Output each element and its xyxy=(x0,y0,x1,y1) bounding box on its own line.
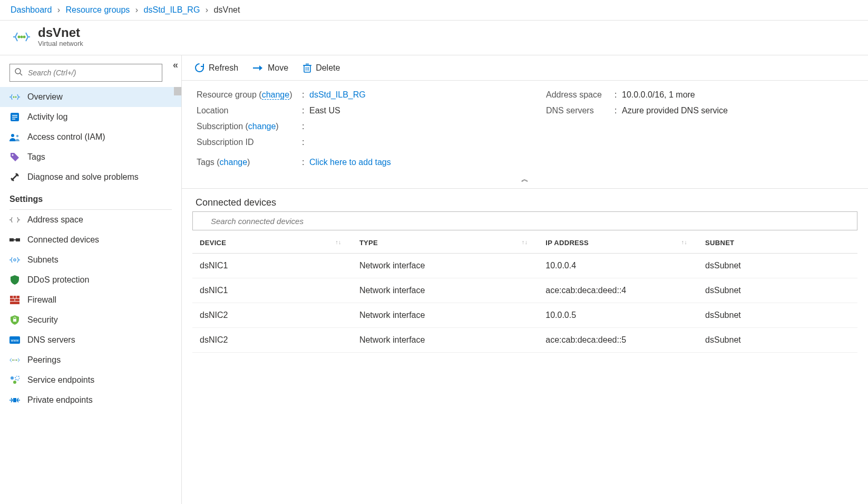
sidebar-item-connected-devices[interactable]: Connected devices xyxy=(0,230,181,250)
iam-icon xyxy=(9,133,20,141)
page-header: dsVnet Virtual network xyxy=(0,21,868,55)
table-row[interactable]: dsNIC1Network interfaceace:cab:deca:deed… xyxy=(192,278,857,303)
chevron-up-double-icon: ︽ xyxy=(521,175,529,183)
subscription-label: Subscription xyxy=(197,122,243,131)
svg-point-11 xyxy=(11,134,14,137)
sidebar-item-dns[interactable]: www DNS servers xyxy=(0,330,181,350)
cell-subnet: dsSubnet xyxy=(698,278,857,303)
sidebar: « Overview Activity log Access control (… xyxy=(0,55,182,504)
sidebar-item-label: Diagnose and solve problems xyxy=(27,172,139,182)
sidebar-item-subnets[interactable]: Subnets xyxy=(0,250,181,270)
private-endpoints-icon xyxy=(9,396,20,404)
column-subnet[interactable]: SUBNET xyxy=(698,232,857,254)
security-icon xyxy=(9,315,20,325)
connected-devices-title: Connected devices xyxy=(192,197,857,208)
svg-point-13 xyxy=(12,154,14,156)
sidebar-item-activity-log[interactable]: Activity log xyxy=(0,107,181,127)
chevron-right-icon: › xyxy=(57,5,60,14)
change-resource-group-link[interactable]: change xyxy=(262,90,290,100)
sidebar-item-label: DDoS protection xyxy=(27,275,89,285)
svg-point-31 xyxy=(15,376,19,380)
subscription-value xyxy=(309,122,504,131)
refresh-button[interactable]: Refresh xyxy=(194,63,238,73)
sidebar-search-input[interactable] xyxy=(9,64,162,82)
breadcrumb-rg[interactable]: dsStd_ILB_RG xyxy=(144,5,200,14)
sidebar-item-security[interactable]: Security xyxy=(0,310,181,330)
sidebar-item-diagnose[interactable]: Diagnose and solve problems xyxy=(0,167,181,187)
sidebar-item-label: Service endpoints xyxy=(27,375,94,385)
sort-icon: ↑↓ xyxy=(522,239,528,245)
sidebar-item-service-endpoints[interactable]: Service endpoints xyxy=(0,370,181,390)
table-row[interactable]: dsNIC2Network interface10.0.0.5dsSubnet xyxy=(192,303,857,328)
location-value: East US xyxy=(309,106,504,115)
vnet-small-icon xyxy=(9,93,20,101)
refresh-label: Refresh xyxy=(209,63,238,73)
svg-rect-16 xyxy=(14,239,16,240)
cell-subnet: dsSubnet xyxy=(698,328,857,353)
subnets-icon xyxy=(9,257,20,263)
cell-ip: ace:cab:deca:deed::4 xyxy=(538,278,698,303)
svg-point-32 xyxy=(13,381,16,384)
sort-icon: ↑↓ xyxy=(335,239,342,245)
breadcrumb-dashboard[interactable]: Dashboard xyxy=(11,5,52,14)
firewall-icon xyxy=(9,296,20,304)
svg-point-2 xyxy=(23,35,26,38)
connected-devices-section: Connected devices DEVICE ↑↓ TYPE xyxy=(182,189,868,361)
sidebar-item-address-space[interactable]: Address space xyxy=(0,210,181,230)
move-button[interactable]: Move xyxy=(253,63,288,73)
sidebar-item-label: DNS servers xyxy=(27,335,75,345)
sidebar-item-label: Private endpoints xyxy=(27,395,93,405)
address-space-label: Address space xyxy=(546,90,615,100)
vnet-icon xyxy=(13,28,31,46)
sidebar-item-tags[interactable]: Tags xyxy=(0,147,181,167)
svg-point-28 xyxy=(16,360,17,361)
toolbar: Refresh Move Delete xyxy=(182,55,868,81)
sidebar-item-peerings[interactable]: Peerings xyxy=(0,350,181,370)
scrollbar[interactable] xyxy=(174,87,181,95)
svg-rect-14 xyxy=(9,238,14,241)
devices-table: DEVICE ↑↓ TYPE ↑↓ IP ADDRESS ↑↓ SUBNET xyxy=(192,232,857,353)
change-subscription-link[interactable]: change xyxy=(248,122,276,131)
svg-point-6 xyxy=(15,96,17,98)
sidebar-item-firewall[interactable]: Firewall xyxy=(0,290,181,310)
svg-rect-8 xyxy=(12,115,17,116)
dns-icon: www xyxy=(9,336,20,344)
sidebar-item-label: Security xyxy=(27,315,58,325)
resource-group-label: Resource group xyxy=(197,90,257,99)
sidebar-item-label: Firewall xyxy=(27,295,56,305)
svg-point-3 xyxy=(15,69,21,74)
svg-line-4 xyxy=(20,73,22,75)
change-tags-link[interactable]: change xyxy=(220,158,248,167)
page-subtitle: Virtual network xyxy=(38,40,83,47)
activity-log-icon xyxy=(9,112,20,122)
column-device[interactable]: DEVICE ↑↓ xyxy=(192,232,352,254)
column-ip[interactable]: IP ADDRESS ↑↓ xyxy=(538,232,698,254)
sidebar-item-ddos[interactable]: DDoS protection xyxy=(0,270,181,290)
devices-search-input[interactable] xyxy=(192,211,857,230)
svg-point-1 xyxy=(21,35,23,38)
subscription-id-value xyxy=(309,138,504,147)
connected-devices-icon xyxy=(9,236,20,244)
table-row[interactable]: dsNIC1Network interface10.0.0.4dsSubnet xyxy=(192,254,857,278)
sidebar-item-iam[interactable]: Access control (IAM) xyxy=(0,127,181,147)
essentials-panel: Resource group (change) : dsStd_ILB_RG L… xyxy=(182,81,868,189)
move-icon xyxy=(253,64,264,72)
sidebar-item-overview[interactable]: Overview xyxy=(0,87,181,107)
delete-button[interactable]: Delete xyxy=(303,63,340,73)
resource-group-link[interactable]: dsStd_ILB_RG xyxy=(309,90,366,99)
chevron-right-icon: › xyxy=(135,5,138,14)
table-row[interactable]: dsNIC2Network interfaceace:cab:deca:deed… xyxy=(192,328,857,353)
move-label: Move xyxy=(268,63,288,73)
breadcrumb-current: dsVnet xyxy=(214,5,240,14)
search-icon xyxy=(15,68,23,76)
sidebar-item-label: Connected devices xyxy=(27,235,99,245)
add-tags-link[interactable]: Click here to add tags xyxy=(309,158,391,167)
cell-ip: 10.0.0.5 xyxy=(538,303,698,328)
main-content: Refresh Move Delete R xyxy=(182,55,868,504)
breadcrumb-resource-groups[interactable]: Resource groups xyxy=(66,5,130,14)
sidebar-item-private-endpoints[interactable]: Private endpoints xyxy=(0,390,181,410)
collapse-essentials-button[interactable]: ︽ xyxy=(197,173,853,185)
service-endpoints-icon xyxy=(9,376,20,384)
location-label: Location xyxy=(197,106,302,115)
column-type[interactable]: TYPE ↑↓ xyxy=(352,232,538,254)
